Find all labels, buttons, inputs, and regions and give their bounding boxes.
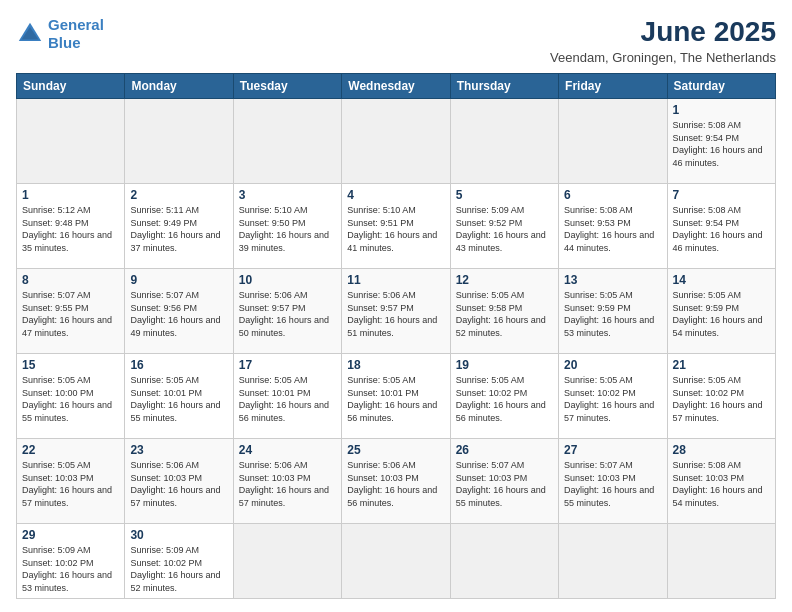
calendar-week-row: 29Sunrise: 5:09 AMSunset: 10:02 PMDaylig… [17,524,776,599]
day-number: 11 [347,273,444,287]
day-number: 18 [347,358,444,372]
calendar-cell: 21Sunrise: 5:05 AMSunset: 10:02 PMDaylig… [667,354,775,439]
cell-content: Sunrise: 5:07 AMSunset: 10:03 PMDaylight… [564,460,654,508]
calendar-cell: 8Sunrise: 5:07 AMSunset: 9:55 PMDaylight… [17,269,125,354]
calendar-cell: 30Sunrise: 5:09 AMSunset: 10:02 PMDaylig… [125,524,233,599]
header: General Blue June 2025 Veendam, Groninge… [16,16,776,65]
cell-content: Sunrise: 5:08 AMSunset: 9:54 PMDaylight:… [673,120,763,168]
day-number: 20 [564,358,661,372]
calendar-cell: 9Sunrise: 5:07 AMSunset: 9:56 PMDaylight… [125,269,233,354]
cell-content: Sunrise: 5:06 AMSunset: 10:03 PMDaylight… [347,460,437,508]
cell-content: Sunrise: 5:10 AMSunset: 9:50 PMDaylight:… [239,205,329,253]
day-number: 7 [673,188,770,202]
calendar-cell: 1Sunrise: 5:08 AMSunset: 9:54 PMDaylight… [667,99,775,184]
calendar-cell: 12Sunrise: 5:05 AMSunset: 9:58 PMDayligh… [450,269,558,354]
calendar-cell: 23Sunrise: 5:06 AMSunset: 10:03 PMDaylig… [125,439,233,524]
calendar-cell: 6Sunrise: 5:08 AMSunset: 9:53 PMDaylight… [559,184,667,269]
day-number: 2 [130,188,227,202]
calendar-cell: 17Sunrise: 5:05 AMSunset: 10:01 PMDaylig… [233,354,341,439]
month-title: June 2025 [550,16,776,48]
calendar-cell [233,524,341,599]
day-number: 5 [456,188,553,202]
cell-content: Sunrise: 5:05 AMSunset: 10:02 PMDaylight… [673,375,763,423]
cell-content: Sunrise: 5:08 AMSunset: 9:53 PMDaylight:… [564,205,654,253]
calendar-cell: 1Sunrise: 5:12 AMSunset: 9:48 PMDaylight… [17,184,125,269]
logo-icon [16,20,44,48]
calendar-cell: 16Sunrise: 5:05 AMSunset: 10:01 PMDaylig… [125,354,233,439]
calendar-cell: 19Sunrise: 5:05 AMSunset: 10:02 PMDaylig… [450,354,558,439]
cell-content: Sunrise: 5:06 AMSunset: 10:03 PMDaylight… [130,460,220,508]
weekday-header-thursday: Thursday [450,74,558,99]
calendar-cell: 4Sunrise: 5:10 AMSunset: 9:51 PMDaylight… [342,184,450,269]
weekday-header-friday: Friday [559,74,667,99]
cell-content: Sunrise: 5:08 AMSunset: 10:03 PMDaylight… [673,460,763,508]
calendar-week-row: 1Sunrise: 5:12 AMSunset: 9:48 PMDaylight… [17,184,776,269]
day-number: 25 [347,443,444,457]
day-number: 10 [239,273,336,287]
weekday-header-saturday: Saturday [667,74,775,99]
calendar-cell: 3Sunrise: 5:10 AMSunset: 9:50 PMDaylight… [233,184,341,269]
day-number: 1 [673,103,770,117]
calendar-cell [450,99,558,184]
calendar-cell [450,524,558,599]
day-number: 30 [130,528,227,542]
cell-content: Sunrise: 5:06 AMSunset: 10:03 PMDaylight… [239,460,329,508]
cell-content: Sunrise: 5:05 AMSunset: 9:59 PMDaylight:… [673,290,763,338]
cell-content: Sunrise: 5:05 AMSunset: 9:59 PMDaylight:… [564,290,654,338]
day-number: 17 [239,358,336,372]
cell-content: Sunrise: 5:11 AMSunset: 9:49 PMDaylight:… [130,205,220,253]
day-number: 28 [673,443,770,457]
weekday-header-wednesday: Wednesday [342,74,450,99]
cell-content: Sunrise: 5:07 AMSunset: 9:56 PMDaylight:… [130,290,220,338]
day-number: 22 [22,443,119,457]
calendar-cell: 10Sunrise: 5:06 AMSunset: 9:57 PMDayligh… [233,269,341,354]
day-number: 1 [22,188,119,202]
cell-content: Sunrise: 5:06 AMSunset: 9:57 PMDaylight:… [347,290,437,338]
calendar-week-row: 1Sunrise: 5:08 AMSunset: 9:54 PMDaylight… [17,99,776,184]
calendar-cell: 22Sunrise: 5:05 AMSunset: 10:03 PMDaylig… [17,439,125,524]
calendar-week-row: 15Sunrise: 5:05 AMSunset: 10:00 PMDaylig… [17,354,776,439]
calendar-cell: 29Sunrise: 5:09 AMSunset: 10:02 PMDaylig… [17,524,125,599]
cell-content: Sunrise: 5:08 AMSunset: 9:54 PMDaylight:… [673,205,763,253]
weekday-header-tuesday: Tuesday [233,74,341,99]
calendar-table: SundayMondayTuesdayWednesdayThursdayFrid… [16,73,776,599]
logo-line2: Blue [48,34,81,51]
day-number: 21 [673,358,770,372]
cell-content: Sunrise: 5:05 AMSunset: 10:01 PMDaylight… [239,375,329,423]
logo-text: General Blue [48,16,104,52]
calendar-cell [17,99,125,184]
calendar-cell [667,524,775,599]
cell-content: Sunrise: 5:12 AMSunset: 9:48 PMDaylight:… [22,205,112,253]
day-number: 24 [239,443,336,457]
calendar-cell [342,99,450,184]
day-number: 23 [130,443,227,457]
calendar-cell: 24Sunrise: 5:06 AMSunset: 10:03 PMDaylig… [233,439,341,524]
day-number: 14 [673,273,770,287]
weekday-header-monday: Monday [125,74,233,99]
calendar-cell: 28Sunrise: 5:08 AMSunset: 10:03 PMDaylig… [667,439,775,524]
cell-content: Sunrise: 5:09 AMSunset: 10:02 PMDaylight… [130,545,220,593]
day-number: 13 [564,273,661,287]
calendar-cell: 13Sunrise: 5:05 AMSunset: 9:59 PMDayligh… [559,269,667,354]
title-block: June 2025 Veendam, Groningen, The Nether… [550,16,776,65]
cell-content: Sunrise: 5:05 AMSunset: 10:00 PMDaylight… [22,375,112,423]
cell-content: Sunrise: 5:09 AMSunset: 10:02 PMDaylight… [22,545,112,593]
logo: General Blue [16,16,104,52]
page: General Blue June 2025 Veendam, Groninge… [0,0,792,612]
cell-content: Sunrise: 5:05 AMSunset: 10:02 PMDaylight… [456,375,546,423]
cell-content: Sunrise: 5:06 AMSunset: 9:57 PMDaylight:… [239,290,329,338]
calendar-cell: 18Sunrise: 5:05 AMSunset: 10:01 PMDaylig… [342,354,450,439]
day-number: 29 [22,528,119,542]
logo-line1: General [48,16,104,33]
day-number: 19 [456,358,553,372]
cell-content: Sunrise: 5:05 AMSunset: 10:02 PMDaylight… [564,375,654,423]
cell-content: Sunrise: 5:05 AMSunset: 9:58 PMDaylight:… [456,290,546,338]
calendar-cell: 14Sunrise: 5:05 AMSunset: 9:59 PMDayligh… [667,269,775,354]
calendar-cell: 26Sunrise: 5:07 AMSunset: 10:03 PMDaylig… [450,439,558,524]
cell-content: Sunrise: 5:09 AMSunset: 9:52 PMDaylight:… [456,205,546,253]
calendar-cell: 2Sunrise: 5:11 AMSunset: 9:49 PMDaylight… [125,184,233,269]
calendar-cell: 15Sunrise: 5:05 AMSunset: 10:00 PMDaylig… [17,354,125,439]
calendar-cell: 25Sunrise: 5:06 AMSunset: 10:03 PMDaylig… [342,439,450,524]
day-number: 15 [22,358,119,372]
weekday-header-sunday: Sunday [17,74,125,99]
